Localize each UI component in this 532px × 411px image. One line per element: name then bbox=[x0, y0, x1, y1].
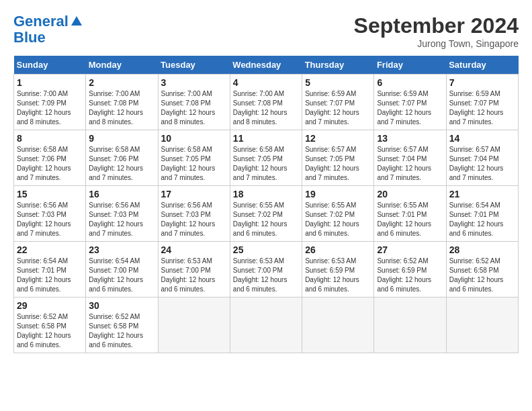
calendar-cell: 27 Sunrise: 6:52 AMSunset: 6:59 PMDaylig… bbox=[374, 242, 446, 298]
svg-marker-0 bbox=[71, 16, 82, 26]
day-number: 8 bbox=[17, 133, 83, 144]
day-number: 15 bbox=[17, 189, 83, 199]
dow-header: Tuesday bbox=[158, 56, 230, 75]
day-info: Sunrise: 6:53 AMSunset: 7:00 PMDaylight:… bbox=[161, 257, 216, 293]
day-info: Sunrise: 6:54 AMSunset: 7:01 PMDaylight:… bbox=[449, 201, 504, 237]
day-info: Sunrise: 6:58 AMSunset: 7:06 PMDaylight:… bbox=[17, 146, 71, 181]
day-number: 26 bbox=[305, 244, 371, 255]
calendar-cell: 29 Sunrise: 6:52 AMSunset: 6:58 PMDaylig… bbox=[14, 298, 86, 353]
calendar-cell bbox=[158, 298, 230, 353]
calendar-cell: 2 Sunrise: 7:00 AMSunset: 7:08 PMDayligh… bbox=[86, 75, 158, 130]
calendar-cell: 13 Sunrise: 6:57 AMSunset: 7:04 PMDaylig… bbox=[374, 130, 446, 186]
title-block: September 2024 Jurong Town, Singapore bbox=[354, 13, 519, 49]
day-number: 11 bbox=[233, 133, 299, 144]
day-number: 18 bbox=[233, 189, 299, 199]
calendar-cell: 4 Sunrise: 7:00 AMSunset: 7:08 PMDayligh… bbox=[230, 75, 302, 130]
day-info: Sunrise: 7:00 AMSunset: 7:08 PMDaylight:… bbox=[233, 90, 287, 126]
day-info: Sunrise: 6:52 AMSunset: 6:58 PMDaylight:… bbox=[17, 313, 71, 349]
calendar-cell: 21 Sunrise: 6:54 AMSunset: 7:01 PMDaylig… bbox=[446, 186, 518, 242]
calendar-cell: 18 Sunrise: 6:55 AMSunset: 7:02 PMDaylig… bbox=[230, 186, 302, 242]
calendar-cell: 28 Sunrise: 6:52 AMSunset: 6:58 PMDaylig… bbox=[446, 242, 518, 298]
day-number: 4 bbox=[233, 77, 299, 88]
day-info: Sunrise: 6:56 AMSunset: 7:03 PMDaylight:… bbox=[161, 201, 216, 237]
day-info: Sunrise: 6:55 AMSunset: 7:02 PMDaylight:… bbox=[233, 201, 287, 237]
day-number: 5 bbox=[305, 77, 371, 88]
calendar-cell: 5 Sunrise: 6:59 AMSunset: 7:07 PMDayligh… bbox=[302, 75, 374, 130]
day-info: Sunrise: 6:58 AMSunset: 7:06 PMDaylight:… bbox=[89, 146, 143, 181]
logo-text: GeneralBlue bbox=[13, 13, 83, 46]
day-info: Sunrise: 6:57 AMSunset: 7:05 PMDaylight:… bbox=[305, 146, 359, 181]
day-number: 7 bbox=[449, 77, 515, 88]
calendar-cell: 19 Sunrise: 6:55 AMSunset: 7:02 PMDaylig… bbox=[302, 186, 374, 242]
dow-header: Monday bbox=[86, 56, 158, 75]
calendar-cell: 3 Sunrise: 7:00 AMSunset: 7:08 PMDayligh… bbox=[158, 75, 230, 130]
day-number: 6 bbox=[377, 77, 443, 88]
dow-header: Thursday bbox=[302, 56, 374, 75]
calendar-cell bbox=[302, 298, 374, 353]
calendar-cell: 23 Sunrise: 6:54 AMSunset: 7:00 PMDaylig… bbox=[86, 242, 158, 298]
dow-header: Wednesday bbox=[230, 56, 302, 75]
calendar-cell: 12 Sunrise: 6:57 AMSunset: 7:05 PMDaylig… bbox=[302, 130, 374, 186]
day-info: Sunrise: 6:55 AMSunset: 7:01 PMDaylight:… bbox=[377, 201, 431, 237]
day-number: 22 bbox=[17, 244, 83, 255]
day-number: 20 bbox=[377, 189, 443, 199]
calendar-cell: 15 Sunrise: 6:56 AMSunset: 7:03 PMDaylig… bbox=[14, 186, 86, 242]
calendar-cell: 24 Sunrise: 6:53 AMSunset: 7:00 PMDaylig… bbox=[158, 242, 230, 298]
day-info: Sunrise: 6:52 AMSunset: 6:59 PMDaylight:… bbox=[377, 257, 431, 293]
calendar-cell: 14 Sunrise: 6:57 AMSunset: 7:04 PMDaylig… bbox=[446, 130, 518, 186]
day-info: Sunrise: 6:58 AMSunset: 7:05 PMDaylight:… bbox=[161, 146, 216, 181]
day-info: Sunrise: 6:56 AMSunset: 7:03 PMDaylight:… bbox=[17, 201, 71, 237]
day-number: 28 bbox=[449, 244, 515, 255]
day-number: 30 bbox=[89, 300, 154, 311]
day-number: 23 bbox=[89, 244, 154, 255]
day-info: Sunrise: 6:59 AMSunset: 7:07 PMDaylight:… bbox=[305, 90, 359, 126]
dow-header: Saturday bbox=[446, 56, 518, 75]
dow-header: Sunday bbox=[14, 56, 86, 75]
calendar-cell: 20 Sunrise: 6:55 AMSunset: 7:01 PMDaylig… bbox=[374, 186, 446, 242]
day-number: 16 bbox=[89, 189, 154, 199]
day-number: 2 bbox=[89, 77, 154, 88]
day-info: Sunrise: 6:59 AMSunset: 7:07 PMDaylight:… bbox=[449, 90, 504, 126]
day-info: Sunrise: 6:56 AMSunset: 7:03 PMDaylight:… bbox=[89, 201, 143, 237]
page-header: GeneralBlue September 2024 Jurong Town, … bbox=[13, 13, 519, 49]
calendar-cell: 11 Sunrise: 6:58 AMSunset: 7:05 PMDaylig… bbox=[230, 130, 302, 186]
day-info: Sunrise: 6:53 AMSunset: 7:00 PMDaylight:… bbox=[233, 257, 287, 293]
calendar-cell: 17 Sunrise: 6:56 AMSunset: 7:03 PMDaylig… bbox=[158, 186, 230, 242]
day-info: Sunrise: 6:53 AMSunset: 6:59 PMDaylight:… bbox=[305, 257, 359, 293]
calendar-cell: 22 Sunrise: 6:54 AMSunset: 7:01 PMDaylig… bbox=[14, 242, 86, 298]
calendar-cell: 1 Sunrise: 7:00 AMSunset: 7:09 PMDayligh… bbox=[14, 75, 86, 130]
location-subtitle: Jurong Town, Singapore bbox=[354, 38, 519, 49]
day-number: 27 bbox=[377, 244, 443, 255]
day-number: 10 bbox=[161, 133, 227, 144]
calendar-cell: 6 Sunrise: 6:59 AMSunset: 7:07 PMDayligh… bbox=[374, 75, 446, 130]
calendar-cell: 9 Sunrise: 6:58 AMSunset: 7:06 PMDayligh… bbox=[86, 130, 158, 186]
month-title: September 2024 bbox=[354, 13, 519, 38]
calendar-table: SundayMondayTuesdayWednesdayThursdayFrid… bbox=[13, 56, 519, 353]
logo: GeneralBlue bbox=[13, 13, 83, 46]
calendar-cell bbox=[230, 298, 302, 353]
day-info: Sunrise: 6:52 AMSunset: 6:58 PMDaylight:… bbox=[449, 257, 504, 293]
day-number: 25 bbox=[233, 244, 299, 255]
day-info: Sunrise: 6:52 AMSunset: 6:58 PMDaylight:… bbox=[89, 313, 143, 349]
day-info: Sunrise: 7:00 AMSunset: 7:08 PMDaylight:… bbox=[161, 90, 216, 126]
day-number: 24 bbox=[161, 244, 227, 255]
calendar-cell: 10 Sunrise: 6:58 AMSunset: 7:05 PMDaylig… bbox=[158, 130, 230, 186]
day-number: 9 bbox=[89, 133, 154, 144]
calendar-cell: 8 Sunrise: 6:58 AMSunset: 7:06 PMDayligh… bbox=[14, 130, 86, 186]
day-number: 3 bbox=[161, 77, 227, 88]
calendar-cell: 26 Sunrise: 6:53 AMSunset: 6:59 PMDaylig… bbox=[302, 242, 374, 298]
calendar-cell: 25 Sunrise: 6:53 AMSunset: 7:00 PMDaylig… bbox=[230, 242, 302, 298]
day-info: Sunrise: 6:54 AMSunset: 7:00 PMDaylight:… bbox=[89, 257, 143, 293]
day-number: 13 bbox=[377, 133, 443, 144]
day-number: 14 bbox=[449, 133, 515, 144]
calendar-cell: 16 Sunrise: 6:56 AMSunset: 7:03 PMDaylig… bbox=[86, 186, 158, 242]
day-info: Sunrise: 6:59 AMSunset: 7:07 PMDaylight:… bbox=[377, 90, 431, 126]
calendar-cell: 7 Sunrise: 6:59 AMSunset: 7:07 PMDayligh… bbox=[446, 75, 518, 130]
day-number: 17 bbox=[161, 189, 227, 199]
day-info: Sunrise: 6:54 AMSunset: 7:01 PMDaylight:… bbox=[17, 257, 71, 293]
day-number: 21 bbox=[449, 189, 515, 199]
calendar-cell bbox=[446, 298, 518, 353]
day-number: 12 bbox=[305, 133, 371, 144]
dow-header: Friday bbox=[374, 56, 446, 75]
day-info: Sunrise: 6:58 AMSunset: 7:05 PMDaylight:… bbox=[233, 146, 287, 181]
